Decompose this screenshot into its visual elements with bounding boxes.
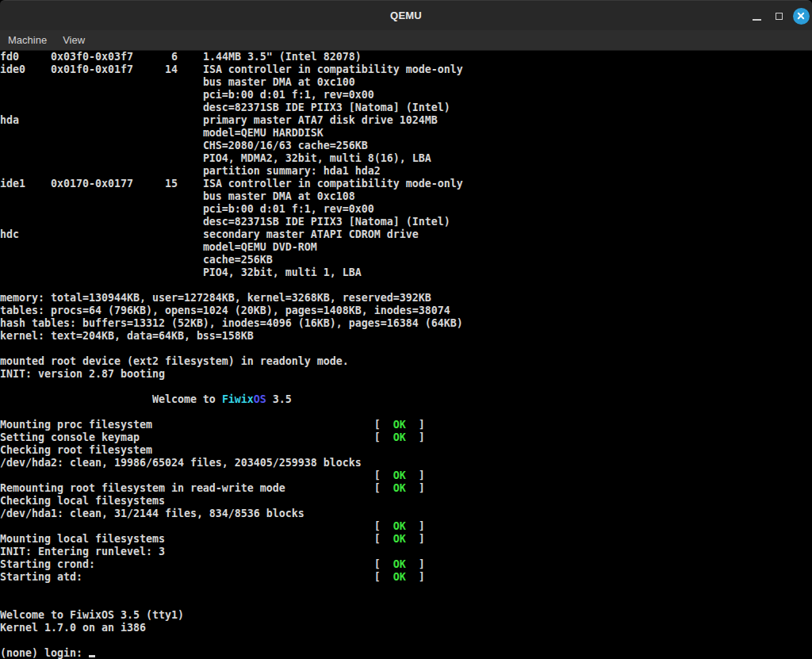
terminal-line [0,406,812,419]
terminal-text: OK [393,469,406,481]
terminal-line: ide1 0x0170-0x0177 15 ISA controller in … [0,178,812,190]
terminal-line: hash tables: buffers=13312 (52KB), inode… [0,317,812,330]
terminal-line: pci=b:00 d:01 f:1, rev=0x00 [0,203,812,216]
terminal-line: bus master DMA at 0xc108 [0,190,812,203]
terminal-text: [ [374,469,393,481]
terminal-spacer [133,51,171,63]
terminal-line [0,596,812,609]
menu-bar: Machine View [0,30,812,51]
terminal-line: Welcome to FiwixOS 3.5 (tty1) [0,609,812,622]
terminal-text: ide0 [0,63,25,75]
terminal-text: Setting console keymap [0,431,140,443]
terminal-line [0,343,812,355]
terminal-line: [ OK ] [0,520,812,533]
terminal-spacer [0,152,203,164]
terminal-text: ] [406,558,425,570]
terminal-text: OK [393,558,406,570]
terminal-text: model=QEMU DVD-ROM [203,241,317,253]
terminal-line: CHS=2080/16/63 cache=256KB [0,140,812,152]
terminal-text: 6 [171,51,178,63]
terminal-text: pci=b:00 d:01 f:1, rev=0x00 [203,203,374,215]
qemu-window: QEMU Machine View fd0 0x03f0-0x03f7 6 1.… [0,0,812,659]
terminal-text: /dev/hda2: clean, 19986/65024 files, 203… [0,457,362,469]
terminal-text: [ [374,419,393,431]
terminal-text: /dev/hda1: clean, 31/2144 files, 834/853… [0,508,304,519]
window-controls [747,1,810,31]
terminal-spacer [178,63,203,75]
terminal-line [0,381,812,393]
menu-item-view[interactable]: View [55,30,93,50]
terminal-spacer [0,102,203,113]
terminal-spacer [19,228,203,240]
title-bar[interactable]: QEMU [0,0,812,30]
terminal-screen[interactable]: fd0 0x03f0-0x03f7 6 1.44MB 3.5" (Intel 8… [0,51,812,659]
terminal-text: ] [406,571,425,583]
terminal-line: Welcome to FiwixOS 3.5 [0,393,812,406]
terminal-line: Remounting root filesystem in read-write… [0,482,812,495]
terminal-text: Welcome to FiwixOS 3.5 (tty1) [0,609,184,621]
terminal-spacer [0,520,374,532]
terminal-spacer [152,419,374,431]
terminal-spacer [140,431,374,443]
terminal-spacer [19,51,51,63]
terminal-spacer [0,469,374,481]
terminal-line: cache=256KB [0,254,812,266]
terminal-text: Starting crond: [0,558,95,570]
terminal-text: 0x0170-0x0177 [51,178,133,190]
terminal-spacer [95,558,374,570]
terminal-text: Remounting root filesystem in read-write… [0,482,285,494]
window-title: QEMU [390,10,422,21]
terminal-text: ] [406,520,425,532]
terminal-text: hdc [0,228,19,240]
terminal-text: kernel: text=204KB, data=64KB, bss=158KB [0,330,254,342]
terminal-text: primary master ATA7 disk drive 1024MB [203,114,438,126]
terminal-text: Checking local filesystems [0,495,165,507]
terminal-text: OK [393,431,406,443]
terminal-text: pci=b:00 d:01 f:1, rev=0x00 [203,89,374,101]
terminal-text: hda [0,114,19,126]
terminal-text: ISA controller in compatibility mode-onl… [203,178,463,190]
maximize-button[interactable] [769,4,788,28]
terminal-text: [ [374,482,393,494]
close-icon [793,8,810,25]
terminal-text: CHS=2080/16/63 cache=256KB [203,140,368,151]
terminal-line: (none) login: [0,647,812,659]
terminal-spacer [178,178,203,190]
terminal-text: ISA controller in compatibility mode-onl… [203,63,463,75]
terminal-spacer [285,482,374,494]
terminal-text: PIO4, MDMA2, 32bit, multi 8(16), LBA [203,152,431,164]
terminal-text: PIO4, 32bit, multi 1, LBA [203,266,362,278]
minimize-button[interactable] [747,4,766,28]
terminal-line [0,279,812,292]
terminal-spacer [82,571,374,583]
terminal-text: Fiwix [222,393,254,405]
terminal-text: ] [406,533,425,545]
terminal-spacer [0,203,203,215]
terminal-text: 14 [165,63,178,75]
terminal-line: model=QEMU HARDDISK [0,127,812,140]
terminal-spacer [19,114,203,126]
maximize-icon [776,13,783,20]
terminal-text: ide1 [0,178,25,190]
terminal-text: INIT: Entering runlevel: 3 [0,546,165,557]
terminal-text: ] [406,469,425,481]
minimize-icon [753,19,761,21]
menu-item-machine[interactable]: Machine [0,30,55,50]
terminal-spacer [0,393,152,405]
terminal-text: memory: total=130944KB, user=127284KB, k… [0,292,431,304]
terminal-line: ide0 0x01f0-0x01f7 14 ISA controller in … [0,63,812,76]
terminal-text: 15 [165,178,178,190]
terminal-spacer [0,190,203,202]
terminal-text: ] [406,419,425,431]
terminal-line: kernel: text=204KB, data=64KB, bss=158KB [0,330,812,343]
terminal-text: 3.5 [266,393,292,405]
terminal-spacer [0,216,203,228]
terminal-line: /dev/hda2: clean, 19986/65024 files, 203… [0,457,812,469]
terminal-line: Starting atd: [ OK ] [0,571,812,584]
terminal-text: OK [393,482,406,494]
terminal-line: desc=82371SB IDE PIIX3 [Natoma] (Intel) [0,216,812,228]
terminal-text: mounted root device (ext2 filesystem) in… [0,355,349,367]
terminal-text: (none) login: [0,647,89,659]
terminal-line: Kernel 1.7.0 on an i386 [0,622,812,634]
close-button[interactable] [791,4,810,28]
